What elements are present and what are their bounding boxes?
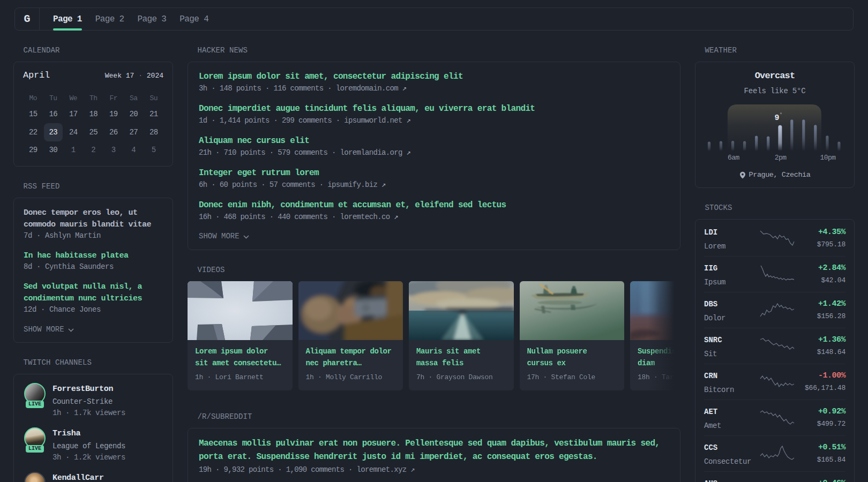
svg-text:°: ° bbox=[780, 112, 782, 117]
svg-text:9: 9 bbox=[774, 114, 779, 123]
